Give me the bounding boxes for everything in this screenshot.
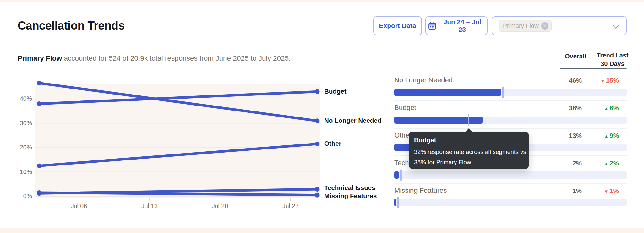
row-label: Missing Features bbox=[394, 187, 447, 195]
chevron-down-icon bbox=[613, 22, 619, 29]
bar-fill bbox=[394, 171, 399, 179]
tooltip-line: 38% for Primary Flow bbox=[414, 157, 524, 167]
row-divider bbox=[394, 183, 627, 184]
series-label: Missing Features bbox=[324, 192, 377, 200]
tooltip-title: Budget bbox=[414, 136, 524, 144]
response-rate-bar[interactable] bbox=[394, 171, 627, 179]
all-segments-marker-tick[interactable] bbox=[502, 87, 504, 98]
overall-value: 46% bbox=[544, 77, 582, 84]
trend-value: ▲6% bbox=[582, 104, 619, 112]
summary-sentence: Primary Flow accounted for 524 of 20.9k … bbox=[18, 54, 291, 62]
column-header-trend: Trend Last 30 Days bbox=[595, 51, 630, 68]
trend-arrow-icon: ▼ bbox=[600, 78, 605, 84]
response-rate-bar[interactable] bbox=[394, 89, 627, 96]
response-rate-bar[interactable] bbox=[394, 116, 627, 124]
row-divider bbox=[394, 128, 627, 129]
segment-pill[interactable]: Primary Flow ✕ bbox=[499, 20, 552, 32]
page-title: Cancellation Trends bbox=[18, 19, 124, 32]
trend-value: ▲9% bbox=[582, 132, 619, 139]
series-label: Other bbox=[324, 140, 341, 147]
table-row: Budget 38% ▲6% bbox=[394, 104, 627, 112]
trend-value: ▲2% bbox=[582, 160, 619, 167]
y-axis-tick-label: 10% bbox=[10, 168, 32, 176]
trend-arrow-icon: ▲ bbox=[604, 106, 609, 111]
trend-value: ▼15% bbox=[582, 77, 619, 84]
table-row: Missing Features 1% ▼1% bbox=[394, 187, 627, 195]
remove-segment-icon[interactable]: ✕ bbox=[541, 22, 548, 30]
overall-value: 2% bbox=[544, 160, 582, 167]
all-segments-marker-tick[interactable] bbox=[397, 197, 399, 208]
response-rate-bar[interactable] bbox=[394, 199, 627, 206]
trend-arrow-icon: ▲ bbox=[604, 133, 609, 139]
all-segments-marker-tick[interactable] bbox=[468, 114, 469, 126]
bar-fill bbox=[394, 199, 396, 206]
trend-value: ▼1% bbox=[582, 187, 619, 195]
overall-value: 1% bbox=[544, 187, 582, 195]
series-label: Budget bbox=[324, 88, 347, 95]
export-data-button[interactable]: Export Data bbox=[373, 16, 422, 35]
series-label: No Longer Needed bbox=[324, 117, 381, 124]
date-range-label: Jun 24 – Jul 23 bbox=[439, 18, 485, 33]
row-divider bbox=[394, 100, 627, 101]
calendar-icon bbox=[428, 21, 437, 30]
overall-value: 13% bbox=[544, 132, 582, 139]
y-axis-tick-label: 30% bbox=[10, 120, 32, 127]
x-axis-tick-label: Jul 13 bbox=[131, 203, 168, 210]
table-row: No Longer Needed 46% ▼15% bbox=[394, 76, 627, 85]
segment-pill-label: Primary Flow bbox=[503, 22, 539, 30]
tooltip-arrow bbox=[465, 128, 472, 132]
y-axis-tick-label: 40% bbox=[10, 95, 32, 102]
series-label: Technical Issues bbox=[324, 184, 375, 192]
chart-plot-area bbox=[35, 84, 320, 198]
tooltip-line: 32% response rate across all segments vs… bbox=[414, 147, 524, 157]
dashboard-page: { "header": { "title": "Cancellation Tre… bbox=[0, 0, 644, 233]
column-header-overall: Overall bbox=[557, 53, 594, 60]
row-label: No Longer Needed bbox=[394, 76, 453, 84]
header-underline bbox=[560, 68, 627, 69]
x-axis-tick-label: Jul 20 bbox=[201, 203, 239, 210]
export-data-label: Export Data bbox=[379, 22, 416, 30]
trend-arrow-icon: ▲ bbox=[604, 161, 609, 166]
tooltip: Budget 32% response rate across all segm… bbox=[409, 132, 529, 169]
row-label: Budget bbox=[394, 104, 416, 112]
summary-rest: accounted for 524 of 20.9k total respons… bbox=[62, 54, 291, 62]
x-axis-tick-label: Jul 06 bbox=[60, 203, 98, 210]
trend-arrow-icon: ▼ bbox=[604, 189, 609, 194]
x-axis-tick-label: Jul 27 bbox=[272, 203, 309, 210]
all-segments-marker-tick[interactable] bbox=[400, 169, 402, 181]
cancellation-trends-card: Cancellation Trends Export Data Jun 24 –… bbox=[0, 2, 644, 228]
segment-filter-dropdown[interactable]: Primary Flow ✕ bbox=[492, 16, 627, 35]
y-axis-tick-label: 0% bbox=[10, 192, 32, 200]
y-axis-tick-label: 20% bbox=[10, 144, 32, 151]
date-range-button[interactable]: Jun 24 – Jul 23 bbox=[425, 16, 488, 35]
overall-value: 38% bbox=[544, 104, 582, 112]
summary-segment-name: Primary Flow bbox=[18, 54, 62, 62]
bar-fill bbox=[394, 89, 501, 96]
